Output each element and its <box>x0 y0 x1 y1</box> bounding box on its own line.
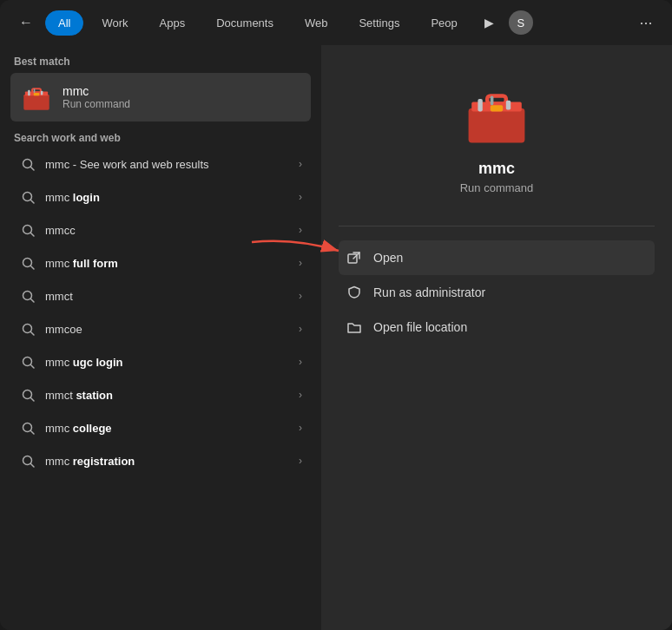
svg-line-10 <box>30 200 34 203</box>
more-options-button[interactable]: ··· <box>632 9 660 36</box>
open-icon <box>346 249 363 266</box>
result-text: mmc registration <box>45 455 290 468</box>
result-text: mmcc <box>45 224 290 237</box>
run-admin-action[interactable]: Run as administrator <box>339 275 655 310</box>
chevron-right-icon: › <box>299 356 302 368</box>
result-text: mmc - See work and web results <box>45 158 290 171</box>
more-icon: ··· <box>639 14 652 32</box>
list-item[interactable]: mmc login › <box>10 180 311 213</box>
action-list: Open <box>339 240 655 345</box>
chevron-right-icon: › <box>299 158 302 170</box>
svg-rect-32 <box>491 95 494 105</box>
search-icon <box>19 386 36 404</box>
chevron-right-icon: › <box>299 290 302 302</box>
nav-bar: ← All Work Apps Documents Web Settings P… <box>0 0 672 45</box>
list-item[interactable]: mmc college › <box>10 411 311 444</box>
result-text: mmct <box>45 290 290 303</box>
svg-line-26 <box>30 463 34 467</box>
back-button[interactable]: ← <box>12 9 40 36</box>
result-text: mmc ugc login <box>45 356 290 369</box>
file-location-action[interactable]: Open file location <box>339 310 655 345</box>
svg-line-24 <box>30 430 34 434</box>
svg-rect-2 <box>32 89 41 92</box>
file-location-label: Open file location <box>373 320 467 334</box>
svg-line-18 <box>30 331 34 335</box>
chevron-right-icon: › <box>299 224 302 236</box>
svg-rect-33 <box>506 101 511 110</box>
svg-rect-3 <box>34 93 40 95</box>
folder-icon <box>346 318 363 336</box>
back-icon: ← <box>19 15 33 30</box>
play-icon: ▶ <box>484 16 494 30</box>
tab-documents[interactable]: Documents <box>203 10 287 36</box>
result-text: mmct station <box>45 389 290 402</box>
chevron-right-icon: › <box>299 191 302 203</box>
search-icon <box>19 221 36 239</box>
chevron-right-icon: › <box>299 257 302 269</box>
best-match-text: mmc Run command <box>63 84 130 110</box>
mmc-app-icon <box>21 82 52 113</box>
svg-rect-27 <box>469 108 525 143</box>
tab-web[interactable]: Web <box>292 10 341 36</box>
result-text: mmcoe <box>45 323 290 336</box>
svg-rect-4 <box>28 90 30 96</box>
svg-line-22 <box>30 397 34 401</box>
chevron-right-icon: › <box>299 455 302 467</box>
best-match-subtitle: Run command <box>63 98 130 110</box>
list-item[interactable]: mmc ugc login › <box>10 345 311 378</box>
tab-apps[interactable]: Apps <box>147 10 199 36</box>
search-icon <box>19 188 36 206</box>
app-type-label: Run command <box>460 181 534 194</box>
search-icon <box>19 320 36 338</box>
svg-line-8 <box>30 167 34 170</box>
list-item[interactable]: mmct › <box>10 279 311 312</box>
divider <box>339 226 655 226</box>
app-detail: mmc Run command <box>339 62 655 212</box>
main-content: Best match <box>0 45 672 630</box>
tab-all[interactable]: All <box>45 10 83 36</box>
list-item[interactable]: mmct station › <box>10 378 311 411</box>
chevron-right-icon: › <box>299 389 302 401</box>
search-window: ← All Work Apps Documents Web Settings P… <box>0 0 672 630</box>
tab-work[interactable]: Work <box>89 10 141 36</box>
svg-rect-5 <box>34 89 36 93</box>
shield-icon <box>346 284 363 301</box>
tab-settings[interactable]: Settings <box>346 10 412 36</box>
search-icon <box>19 452 36 469</box>
search-icon <box>19 254 36 272</box>
result-text: mmc college <box>45 422 290 435</box>
svg-rect-30 <box>491 105 503 111</box>
svg-line-16 <box>30 299 34 302</box>
best-match-item[interactable]: mmc Run command <box>10 73 311 121</box>
search-icon <box>19 155 36 173</box>
svg-line-14 <box>30 266 34 269</box>
best-match-title: mmc <box>63 84 130 98</box>
search-icon <box>19 353 36 371</box>
tab-people[interactable]: Peop <box>418 10 470 36</box>
list-item[interactable]: mmc - See work and web results › <box>10 148 311 180</box>
svg-rect-29 <box>487 95 506 103</box>
search-icon <box>19 287 36 305</box>
result-text: mmc full form <box>45 257 290 270</box>
user-avatar: S <box>509 10 533 35</box>
list-item[interactable]: mmc full form › <box>10 246 311 279</box>
chevron-right-icon: › <box>299 422 302 434</box>
left-panel: Best match <box>0 45 321 630</box>
svg-rect-6 <box>41 91 43 95</box>
open-label: Open <box>373 251 403 265</box>
chevron-right-icon: › <box>299 323 302 335</box>
app-icon-large <box>462 80 531 149</box>
list-item[interactable]: mmcc › <box>10 213 311 246</box>
svg-rect-0 <box>23 95 49 110</box>
list-item[interactable]: mmcoe › <box>10 312 311 345</box>
svg-line-20 <box>30 364 34 368</box>
search-icon <box>19 419 36 436</box>
svg-rect-31 <box>478 99 482 111</box>
play-button[interactable]: ▶ <box>476 9 504 36</box>
svg-line-12 <box>30 233 34 236</box>
list-item[interactable]: mmc registration › <box>10 444 311 477</box>
result-text: mmc login <box>45 191 290 204</box>
best-match-label: Best match <box>10 56 311 68</box>
right-panel: mmc Run command Open <box>321 45 672 630</box>
open-action[interactable]: Open <box>339 240 655 275</box>
